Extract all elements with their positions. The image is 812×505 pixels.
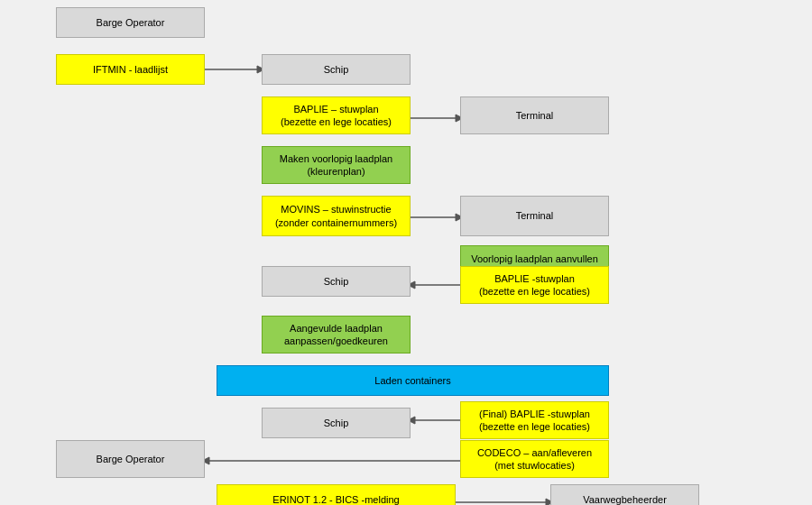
aangevuld-box: Aangevulde laadplanaanpassen/goedkeuren [262, 316, 411, 354]
schip3-box: Schip [262, 408, 411, 438]
vaarwegbeheerder-box: Vaarwegbeheerder [550, 484, 699, 505]
final-baplie-box: (Final) BAPLIE -stuwplan(bezette en lege… [460, 401, 609, 439]
barge-operator-bottom: Barge Operator [56, 440, 205, 478]
iftmin-box: IFTMIN - laadlijst [56, 54, 205, 85]
baplie1-box: BAPLIE – stuwplan(bezette en lege locati… [262, 96, 411, 134]
laden-box: Laden containers [217, 365, 609, 396]
diagram: Barge Operator IFTMIN - laadlijst Schip … [0, 0, 812, 505]
barge-operator-top: Barge Operator [56, 7, 205, 38]
terminal1-box: Terminal [460, 96, 609, 134]
baplie2-box: BAPLIE -stuwplan(bezette en lege locatie… [460, 266, 609, 304]
terminal2-box: Terminal [460, 196, 609, 236]
schip1-box: Schip [262, 54, 411, 85]
erinot-box: ERINOT 1.2 - BICS -melding [217, 484, 456, 505]
movins-box: MOVINS – stuwinstructie(zonder container… [262, 196, 411, 236]
maken-box: Maken voorlopig laadplan(kleurenplan) [262, 146, 411, 184]
codeco-box: CODECO – aan/afleveren(met stuwlocaties) [460, 440, 609, 478]
schip2-box: Schip [262, 266, 411, 297]
